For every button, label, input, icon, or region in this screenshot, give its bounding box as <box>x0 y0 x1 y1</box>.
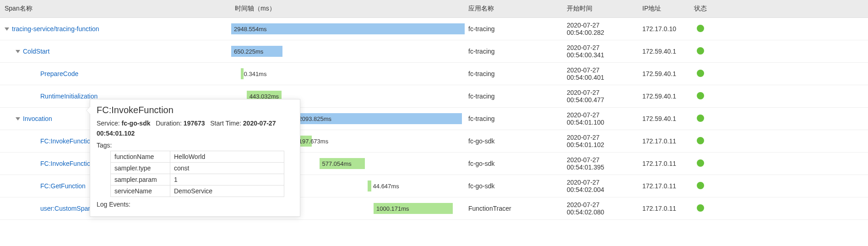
span-link[interactable]: PrepareCode <box>40 70 78 77</box>
app-name: FunctionTracer <box>465 201 563 216</box>
ip-address: 172.17.0.11 <box>639 134 687 148</box>
timeline-bar[interactable] <box>241 68 244 79</box>
timeline-bar[interactable]: 577.054ms <box>320 158 365 169</box>
status-cell <box>687 44 714 60</box>
tag-value: DemoService <box>170 185 284 197</box>
status-ok-icon <box>697 47 704 55</box>
tooltip-arrow-icon <box>87 107 90 114</box>
tooltip-duration-value: 197673 <box>184 120 205 127</box>
status-ok-icon <box>697 70 704 77</box>
tag-key: serviceName <box>111 185 170 197</box>
ip-address: 172.59.40.1 <box>639 66 687 81</box>
start-time: 2020-07-27 00:54:01.100 <box>563 108 639 130</box>
span-link[interactable]: tracing-service/tracing-function <box>12 25 99 33</box>
status-ok-icon <box>697 115 704 122</box>
start-time: 2020-07-27 00:54:02.004 <box>563 175 639 197</box>
status-cell <box>687 156 714 172</box>
app-name: fc-go-sdk <box>465 156 563 171</box>
timeline-bar-label: 0.341ms <box>244 68 267 79</box>
timeline-bar-label: 44.647ms <box>373 180 399 191</box>
header-status: 状态 <box>687 0 714 17</box>
start-time: 2020-07-27 00:54:01.102 <box>563 130 639 152</box>
start-time: 2020-07-27 00:54:00.401 <box>563 63 639 85</box>
tag-value: const <box>170 162 284 174</box>
span-link[interactable]: ColdStart <box>23 48 49 55</box>
timeline-bar[interactable]: 650.225ms <box>231 46 282 57</box>
timeline-cell: 650.225ms <box>231 43 465 60</box>
status-cell <box>687 88 714 104</box>
tag-value: HelloWorld <box>170 151 284 162</box>
app-name: fc-tracing <box>465 89 563 104</box>
start-time: 2020-07-27 00:54:00.477 <box>563 85 639 107</box>
ip-address: 172.17.0.11 <box>639 156 687 171</box>
timeline-bar[interactable] <box>368 180 371 191</box>
table-header: Span名称 时间轴（ms） 应用名称 开始时间 IP地址 状态 <box>0 0 868 18</box>
span-name-cell: ColdStart <box>0 44 231 59</box>
span-link[interactable]: user:CustomSpan <box>40 205 92 212</box>
timeline-bar[interactable]: 2948.554ms <box>231 23 465 34</box>
status-ok-icon <box>697 204 704 212</box>
start-time: 2020-07-27 00:54:00.341 <box>563 40 639 62</box>
ip-address: 172.59.40.1 <box>639 89 687 104</box>
app-name: fc-go-sdk <box>465 134 563 148</box>
start-time: 2020-07-27 00:54:00.282 <box>563 18 639 40</box>
header-timeline: 时间轴（ms） <box>231 0 465 17</box>
status-ok-icon <box>697 159 704 167</box>
status-cell <box>687 66 714 82</box>
span-link[interactable]: RuntimeInitialization <box>40 93 98 100</box>
status-cell <box>687 111 714 127</box>
span-link[interactable]: FC:InvokeFunction <box>40 137 94 145</box>
tag-key: sampler.param <box>111 174 170 185</box>
caret-down-icon[interactable] <box>16 50 20 53</box>
tooltip-starttime-label: Start Time: <box>210 120 241 127</box>
ip-address: 172.17.0.11 <box>639 201 687 216</box>
status-cell <box>687 21 714 37</box>
tooltip-duration-label: Duration: <box>156 120 182 127</box>
span-link[interactable]: FC:InvokeFunction <box>40 160 94 167</box>
app-name: fc-go-sdk <box>465 179 563 193</box>
span-link[interactable]: FC:GetFunction <box>40 182 86 190</box>
caret-down-icon[interactable] <box>16 117 20 120</box>
ip-address: 172.59.40.1 <box>639 44 687 59</box>
tag-key: functionName <box>111 151 170 162</box>
app-name: fc-tracing <box>465 22 563 36</box>
tag-value: 1 <box>170 174 284 185</box>
tooltip-title: FC:InvokeFunction <box>97 105 293 115</box>
start-time: 2020-07-27 00:54:01.395 <box>563 153 639 175</box>
tag-row: sampler.typeconst <box>111 162 284 174</box>
header-span: Span名称 <box>0 0 231 17</box>
tooltip-service-value: fc-go-sdk <box>121 120 150 127</box>
table-row: PrepareCode0.341msfc-tracing2020-07-27 0… <box>0 63 868 85</box>
caret-down-icon[interactable] <box>5 27 9 31</box>
tag-row: functionNameHelloWorld <box>111 151 284 162</box>
span-link[interactable]: Invocation <box>23 115 52 122</box>
span-tooltip: FC:InvokeFunction Service: fc-go-sdk Dur… <box>90 99 300 217</box>
timeline-bar[interactable]: 1000.171ms <box>374 203 453 214</box>
status-ok-icon <box>697 137 704 144</box>
timeline-cell: 2948.554ms <box>231 21 465 37</box>
status-cell <box>687 133 714 149</box>
app-name: fc-tracing <box>465 44 563 59</box>
app-name: fc-tracing <box>465 66 563 81</box>
header-start: 开始时间 <box>563 0 639 17</box>
tooltip-meta: Service: fc-go-sdk Duration: 197673 Star… <box>97 118 293 139</box>
header-ip: IP地址 <box>639 0 687 17</box>
status-ok-icon <box>697 92 704 99</box>
status-cell <box>687 178 714 194</box>
table-row: tracing-service/tracing-function2948.554… <box>0 18 868 40</box>
status-cell <box>687 201 714 217</box>
span-name-cell: tracing-service/tracing-function <box>0 22 231 36</box>
tooltip-tags-label: Tags: <box>97 142 293 149</box>
start-time: 2020-07-27 00:54:02.080 <box>563 197 639 219</box>
tag-row: serviceNameDemoService <box>111 185 284 197</box>
header-app: 应用名称 <box>465 0 563 17</box>
timeline-bar[interactable]: 2093.825ms <box>296 113 461 124</box>
table-row: ColdStart650.225msfc-tracing2020-07-27 0… <box>0 40 868 63</box>
timeline-cell: 0.341ms <box>231 66 465 82</box>
ip-address: 172.59.40.1 <box>639 111 687 126</box>
tooltip-logevents-label: Log Events: <box>97 201 293 208</box>
tooltip-tags-table: functionNameHelloWorldsampler.typeconsts… <box>110 151 284 197</box>
tooltip-service-label: Service: <box>97 120 120 127</box>
span-name-cell: PrepareCode <box>0 66 231 81</box>
tag-row: sampler.param1 <box>111 174 284 185</box>
